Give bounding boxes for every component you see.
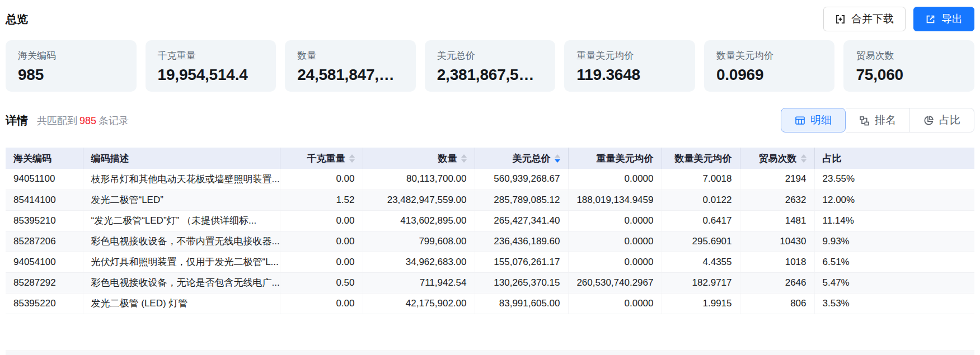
table-row: 85395210“发光二极管“LED”灯” （未提供详细标...0.00413,… [6, 210, 974, 231]
usd-per-qty-cell: 0.0122 [662, 190, 740, 210]
column-header-inner: 编码描述 [91, 152, 129, 165]
details-bar: 详情 共匹配到985条记录 明细排名占比 [6, 107, 974, 133]
usd-per-qty-cell: 4.4355 [662, 252, 740, 272]
column-header-share: 占比 [814, 148, 974, 169]
column-label: 千克重量 [307, 152, 345, 165]
tab-占比[interactable]: 占比 [910, 108, 974, 132]
merge-download-button[interactable]: 合并下载 [823, 7, 906, 31]
summary-card-label: 贸易次数 [856, 49, 969, 62]
hs-code-cell: 94054100 [6, 252, 83, 272]
share-cell: 12.00% [814, 190, 974, 210]
sort-carets-icon [349, 154, 355, 163]
table-row: 85287206彩色电视接收设备，不带内置无线电接收器...0.00799,60… [6, 231, 974, 252]
summary-card-value: 0.0969 [716, 66, 829, 84]
pie-chart-icon [923, 115, 934, 126]
page: 总览 合并下载 [0, 0, 980, 355]
usd-per-qty-cell: 0.6417 [662, 210, 740, 231]
summary-card-label: 重量美元均价 [576, 49, 690, 62]
table-row: 85395220发光二极管 (LED) 灯管0.0042,175,902.008… [6, 293, 974, 314]
column-header-kg-weight[interactable]: 千克重量 [280, 148, 363, 169]
export-label: 导出 [941, 12, 963, 26]
description-cell: 彩色电视接收设备，不带内置无线电接收器... [83, 231, 280, 252]
kg-weight-cell: 0.00 [280, 169, 363, 190]
sort-descending-icon [461, 159, 467, 163]
summary-card: 海关编码985 [6, 40, 137, 92]
column-label: 数量 [438, 152, 457, 165]
usd-per-kg-cell: 0.0000 [568, 293, 662, 314]
column-header-inner: 数量美元均价 [675, 152, 732, 165]
quantity-cell: 413,602,895.00 [363, 210, 475, 231]
summary-card-value: 24,581,847,… [297, 66, 410, 84]
trade-count-cell: 10430 [740, 231, 814, 252]
column-header-quantity[interactable]: 数量 [363, 148, 475, 169]
hs-code-cell: 85395210 [6, 210, 83, 231]
topbar-actions: 合并下载 导出 [823, 7, 974, 31]
table-row: 94054100光伏灯具和照明装置，仅用于发光二极管“L...0.0034,96… [6, 252, 974, 272]
table-row: 94051100枝形吊灯和其他电动天花板或墙壁照明装置...0.0080,113… [6, 169, 974, 190]
summary-card-value: 19,954,514.4 [158, 66, 271, 84]
column-header-inner: 贸易次数 [759, 152, 806, 165]
column-header-inner: 数量 [438, 152, 467, 165]
export-icon [925, 14, 936, 25]
usd-per-qty-cell: 7.0018 [662, 169, 740, 190]
quantity-cell: 80,113,700.00 [363, 169, 475, 190]
summary-card: 数量24,581,847,… [285, 40, 416, 92]
kg-weight-cell: 0.00 [280, 210, 363, 231]
column-header-inner: 重量美元均价 [597, 152, 654, 165]
share-cell: 9.93% [814, 231, 974, 252]
sort-carets-icon [461, 154, 467, 163]
column-header-hs-code: 海关编码 [6, 148, 83, 169]
usd-total-cell: 155,076,261.17 [475, 252, 568, 272]
hs-code-cell: 94051100 [6, 169, 83, 190]
usd-per-kg-cell: 0.0000 [568, 210, 662, 231]
sort-descending-icon [801, 159, 806, 163]
horizontal-scrollbar[interactable] [6, 351, 974, 355]
summary-card-label: 数量美元均价 [716, 49, 829, 62]
column-header-inner: 海关编码 [13, 152, 51, 165]
usd-per-kg-cell: 0.0000 [568, 169, 662, 190]
column-label: 美元总价 [513, 152, 551, 165]
hs-code-cell: 85287206 [6, 231, 83, 252]
column-label: 重量美元均价 [597, 152, 654, 165]
page-title: 总览 [6, 12, 28, 27]
table-icon [795, 115, 805, 126]
column-header-usd-per-kg: 重量美元均价 [568, 148, 662, 169]
match-count: 985 [77, 115, 99, 126]
trade-count-cell: 2194 [740, 169, 814, 190]
description-cell: 枝形吊灯和其他电动天花板或墙壁照明装置... [83, 169, 280, 190]
usd-per-kg-cell: 260,530,740.2967 [568, 272, 662, 293]
top-bar: 总览 合并下载 [6, 0, 974, 40]
merge-cells-icon [835, 14, 846, 25]
summary-card-value: 2,381,867,5… [437, 66, 550, 84]
export-button[interactable]: 导出 [913, 7, 974, 31]
tab-明细[interactable]: 明细 [781, 108, 846, 132]
description-cell: “发光二极管“LED”灯” （未提供详细标... [83, 210, 280, 231]
sort-descending-icon [555, 159, 560, 163]
column-header-usd-total[interactable]: 美元总价 [475, 148, 568, 169]
sort-ascending-icon [555, 154, 560, 158]
sort-ascending-icon [349, 154, 355, 158]
column-header-inner: 美元总价 [513, 152, 560, 165]
trade-count-cell: 1481 [740, 210, 814, 231]
tab-排名[interactable]: 排名 [846, 108, 910, 132]
sort-descending-icon [349, 159, 355, 163]
description-cell: 发光二极管“LED” [83, 190, 280, 210]
usd-total-cell: 236,436,189.60 [475, 231, 568, 252]
column-label: 编码描述 [91, 152, 129, 165]
ranking-icon [859, 115, 870, 126]
kg-weight-cell: 0.00 [280, 231, 363, 252]
trade-count-cell: 1018 [740, 252, 814, 272]
table-head: 海关编码编码描述千克重量数量美元总价重量美元均价数量美元均价贸易次数占比 [6, 148, 974, 169]
usd-per-kg-cell: 0.0000 [568, 252, 662, 272]
column-label: 数量美元均价 [675, 152, 732, 165]
summary-cards: 海关编码985千克重量19,954,514.4数量24,581,847,…美元总… [6, 40, 974, 92]
details-table: 海关编码编码描述千克重量数量美元总价重量美元均价数量美元均价贸易次数占比 940… [6, 148, 974, 314]
column-label: 海关编码 [13, 152, 51, 165]
details-left: 详情 共匹配到985条记录 [6, 113, 129, 128]
tab-label: 明细 [810, 113, 832, 127]
usd-per-kg-cell: 188,019,134.9459 [568, 190, 662, 210]
usd-per-qty-cell: 182.9717 [662, 272, 740, 293]
column-header-trade-count[interactable]: 贸易次数 [740, 148, 814, 169]
merge-download-label: 合并下载 [851, 12, 894, 26]
summary-card: 数量美元均价0.0969 [704, 40, 835, 92]
